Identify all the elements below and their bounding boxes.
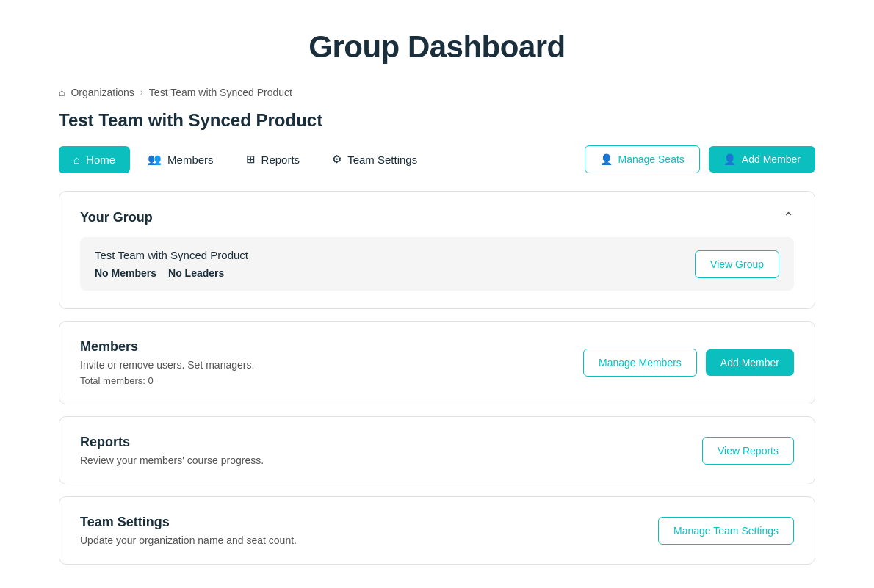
members-icon: 👥 bbox=[148, 153, 162, 166]
tab-reports[interactable]: ⊞ Reports bbox=[231, 145, 315, 173]
breadcrumb-separator: › bbox=[140, 87, 143, 98]
team-settings-card: Team Settings Update your organization n… bbox=[59, 496, 815, 565]
add-member-label: Add Member bbox=[742, 153, 801, 165]
manage-seats-icon: 👤 bbox=[600, 153, 613, 165]
group-row-name: Test Team with Synced Product bbox=[95, 249, 248, 261]
page-title: Group Dashboard bbox=[29, 29, 845, 65]
reports-icon: ⊞ bbox=[246, 153, 256, 166]
tab-bar: ⌂ Home 👥 Members ⊞ Reports ⚙ Team Settin… bbox=[29, 145, 845, 173]
manage-members-button[interactable]: Manage Members bbox=[583, 349, 697, 377]
tab-members-label: Members bbox=[167, 153, 214, 166]
home-icon: ⌂ bbox=[73, 153, 80, 166]
group-row: Test Team with Synced Product No Members… bbox=[80, 237, 794, 291]
breadcrumb-organizations-link[interactable]: Organizations bbox=[71, 87, 134, 98]
add-member-icon: 👤 bbox=[723, 153, 736, 165]
settings-icon: ⚙ bbox=[332, 153, 342, 166]
manage-team-settings-button[interactable]: Manage Team Settings bbox=[658, 517, 794, 545]
members-card: Members Invite or remove users. Set mana… bbox=[59, 321, 815, 404]
members-section-desc: Invite or remove users. Set managers. bbox=[80, 359, 254, 371]
your-group-collapse-icon[interactable]: ⌃ bbox=[783, 209, 794, 225]
tab-home-label: Home bbox=[86, 153, 115, 166]
breadcrumb: ⌂ Organizations › Test Team with Synced … bbox=[29, 87, 845, 98]
tab-team-settings[interactable]: ⚙ Team Settings bbox=[317, 145, 432, 173]
your-group-card: Your Group ⌃ Test Team with Synced Produ… bbox=[59, 191, 815, 309]
members-section-meta: Total members: 0 bbox=[80, 375, 254, 386]
no-members-badge: No Members bbox=[95, 267, 156, 279]
home-icon: ⌂ bbox=[59, 87, 65, 98]
tab-team-settings-label: Team Settings bbox=[347, 153, 417, 166]
tab-home[interactable]: ⌂ Home bbox=[59, 146, 130, 173]
group-name-heading: Test Team with Synced Product bbox=[29, 110, 845, 131]
your-group-title: Your Group bbox=[80, 210, 153, 225]
tab-reports-label: Reports bbox=[261, 153, 300, 166]
manage-seats-label: Manage Seats bbox=[618, 153, 685, 165]
group-row-badges: No Members No Leaders bbox=[95, 267, 248, 279]
team-settings-section-title: Team Settings bbox=[80, 515, 297, 530]
view-group-button[interactable]: View Group bbox=[695, 250, 779, 278]
add-member-section-button[interactable]: Add Member bbox=[706, 349, 794, 376]
breadcrumb-current: Test Team with Synced Product bbox=[149, 87, 292, 98]
tab-members[interactable]: 👥 Members bbox=[133, 145, 228, 173]
members-section-title: Members bbox=[80, 339, 254, 355]
team-settings-section-desc: Update your organization name and seat c… bbox=[80, 534, 297, 546]
manage-seats-button[interactable]: 👤 Manage Seats bbox=[585, 145, 700, 173]
no-leaders-badge: No Leaders bbox=[168, 267, 224, 279]
reports-section-title: Reports bbox=[80, 435, 264, 450]
reports-section-desc: Review your members' course progress. bbox=[80, 454, 264, 466]
reports-card: Reports Review your members' course prog… bbox=[59, 416, 815, 484]
view-reports-button[interactable]: View Reports bbox=[702, 437, 794, 465]
add-member-button[interactable]: 👤 Add Member bbox=[709, 146, 815, 173]
